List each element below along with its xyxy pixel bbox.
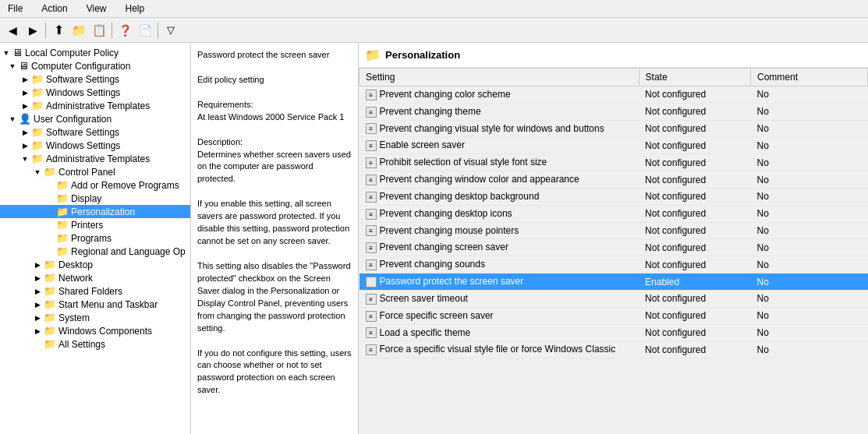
- table-row[interactable]: ≡Prevent changing soundsNot configuredNo: [360, 256, 868, 273]
- setting-comment: No: [751, 171, 868, 189]
- toolbar-up[interactable]: ⬆: [49, 21, 68, 40]
- tree-display[interactable]: 📁 Display: [0, 192, 190, 205]
- table-row[interactable]: ≡Prevent changing window color and appea…: [360, 171, 868, 189]
- table-row[interactable]: ≡Force a specific visual style file or f…: [360, 341, 868, 358]
- setting-icon: ≡: [366, 209, 377, 220]
- settings-panel: 📁 Personalization Setting State Comment …: [359, 43, 868, 434]
- exp-ws-uc: ▶: [19, 142, 31, 150]
- tree-programs[interactable]: 📁 Programs: [0, 231, 190, 245]
- table-row[interactable]: ≡Prevent changing mouse pointersNot conf…: [360, 222, 868, 239]
- setting-name: ≡Prevent changing color scheme: [360, 86, 639, 104]
- setting-name: ≡Force specific screen saver: [360, 307, 639, 324]
- table-row[interactable]: ≡Enable screen saverNot configuredNo: [360, 137, 868, 154]
- tree-user-config[interactable]: ▼ 👤 User Configuration: [0, 112, 190, 125]
- tree-printers[interactable]: 📁 Printers: [0, 218, 190, 231]
- setting-name: ≡Prevent changing mouse pointers: [360, 222, 639, 239]
- setting-name: ≡Prevent changing sounds: [360, 256, 639, 273]
- table-row[interactable]: ≡Prevent changing color schemeNot config…: [360, 86, 868, 104]
- exp-ss-cc: ▶: [19, 76, 31, 83]
- tree-software-settings-uc[interactable]: ▶ 📁 Software Settings: [0, 125, 190, 139]
- toolbar-back[interactable]: ◀: [3, 21, 22, 40]
- requirements-text: At least Windows 2000 Service Pack 1: [197, 111, 352, 124]
- tree-software-settings-cc[interactable]: ▶ 📁 Software Settings: [0, 72, 190, 86]
- sf-label: Shared Folders: [58, 286, 122, 297]
- setting-comment: No: [751, 273, 868, 291]
- toolbar-forward[interactable]: ▶: [23, 21, 42, 40]
- exp-cp: ▼: [31, 168, 44, 176]
- table-row[interactable]: ≡Prevent changing visual style for windo…: [360, 120, 868, 137]
- menu-file[interactable]: File: [3, 2, 27, 16]
- ws-uc-icon: 📁: [31, 139, 44, 151]
- tree-windows-settings-uc[interactable]: ▶ 📁 Windows Settings: [0, 139, 190, 152]
- tree-admin-templates-uc[interactable]: ▼ 📁 Administrative Templates: [0, 152, 190, 165]
- cp-label: Control Panel: [58, 167, 115, 178]
- ss-cc-label: Software Settings: [46, 74, 119, 85]
- sys-label: System: [58, 312, 90, 323]
- tree-regional[interactable]: 📁 Regional and Language Op: [0, 245, 190, 258]
- setting-comment: No: [751, 188, 868, 205]
- toolbar-folder[interactable]: 📁: [69, 21, 88, 40]
- tree-network[interactable]: ▶ 📁 Network: [0, 271, 190, 284]
- tree-all-settings[interactable]: 📁 All Settings: [0, 337, 190, 351]
- setting-state: Not configured: [639, 103, 750, 120]
- table-row[interactable]: ≡Load a specific themeNot configuredNo: [360, 324, 868, 341]
- as-icon: 📁: [44, 338, 56, 350]
- menu-view[interactable]: View: [82, 2, 112, 16]
- tree-system[interactable]: ▶ 📁 System: [0, 311, 190, 324]
- setting-name: ≡Prevent changing desktop icons: [360, 205, 639, 222]
- pers-icon: 📁: [56, 206, 69, 217]
- tree-windows-components[interactable]: ▶ 📁 Windows Components: [0, 324, 190, 337]
- table-row[interactable]: ≡Prevent changing themeNot configuredNo: [360, 103, 868, 120]
- tree-admin-templates-cc[interactable]: ▶ 📁 Administrative Templates: [0, 99, 190, 112]
- toolbar-separator-3: [158, 23, 158, 38]
- ss-uc-label: Software Settings: [46, 127, 119, 138]
- setting-comment: No: [751, 341, 868, 358]
- tree-root-node[interactable]: ▼ 🖥 Local Computer Policy: [0, 46, 190, 59]
- setting-comment: No: [751, 137, 868, 154]
- setting-comment: No: [751, 307, 868, 324]
- uc-icon: 👤: [19, 113, 31, 125]
- tree-control-panel[interactable]: ▼ 📁 Control Panel: [0, 165, 190, 178]
- setting-state: Not configured: [639, 256, 750, 273]
- table-row[interactable]: ≡Prevent changing desktop backgroundNot …: [360, 188, 868, 205]
- toolbar-filter[interactable]: ▽: [161, 21, 180, 40]
- setting-comment: No: [751, 239, 868, 256]
- table-row[interactable]: ≡Force specific screen saverNot configur…: [360, 307, 868, 324]
- settings-table-wrapper: Setting State Comment ≡Prevent changing …: [359, 68, 868, 434]
- desk-icon: 📁: [44, 259, 56, 270]
- table-row[interactable]: ≡Screen saver timeoutNot configuredNo: [360, 290, 868, 307]
- menu-help[interactable]: Help: [121, 2, 150, 16]
- setting-state: Not configured: [639, 188, 750, 205]
- net-icon: 📁: [44, 272, 56, 284]
- sm-label: Start Menu and Taskbar: [58, 299, 158, 310]
- setting-name: ≡Prevent changing desktop background: [360, 188, 639, 205]
- setting-state: Enabled: [639, 273, 750, 291]
- computer-icon: 🖥: [12, 47, 23, 58]
- col-header-state[interactable]: State: [639, 69, 750, 86]
- wc-label: Windows Components: [58, 326, 152, 337]
- col-header-comment[interactable]: Comment: [751, 69, 868, 86]
- toolbar-properties[interactable]: 📋: [90, 21, 108, 40]
- setting-comment: No: [751, 222, 868, 239]
- table-row[interactable]: ≡Prohibit selection of visual style font…: [360, 154, 868, 171]
- toolbar-help[interactable]: ❓: [115, 21, 134, 40]
- table-row[interactable]: ≡Password protect the screen saverEnable…: [360, 273, 868, 291]
- tree-desktop[interactable]: ▶ 📁 Desktop: [0, 258, 190, 271]
- menu-action[interactable]: Action: [37, 2, 72, 16]
- tree-start-menu[interactable]: ▶ 📁 Start Menu and Taskbar: [0, 298, 190, 311]
- edit-policy-link[interactable]: Edit policy setting: [197, 75, 264, 84]
- toolbar-export[interactable]: 📄: [136, 21, 154, 40]
- tree-computer-config[interactable]: ▼ 🖥 Computer Configuration: [0, 59, 190, 72]
- tree-personalization[interactable]: 📁 Personalization: [0, 205, 190, 218]
- tree-add-remove[interactable]: 📁 Add or Remove Programs: [0, 178, 190, 192]
- prog-icon: 📁: [56, 232, 69, 244]
- setting-comment: No: [751, 205, 868, 222]
- table-row[interactable]: ≡Prevent changing desktop iconsNot confi…: [360, 205, 868, 222]
- table-row[interactable]: ≡Prevent changing screen saverNot config…: [360, 239, 868, 256]
- tree-shared-folders[interactable]: ▶ 📁 Shared Folders: [0, 284, 190, 298]
- setting-icon: ≡: [366, 157, 377, 168]
- setting-state: Not configured: [639, 324, 750, 341]
- setting-state: Not configured: [639, 137, 750, 154]
- tree-windows-settings-cc[interactable]: ▶ 📁 Windows Settings: [0, 86, 190, 99]
- col-header-setting[interactable]: Setting: [360, 69, 639, 86]
